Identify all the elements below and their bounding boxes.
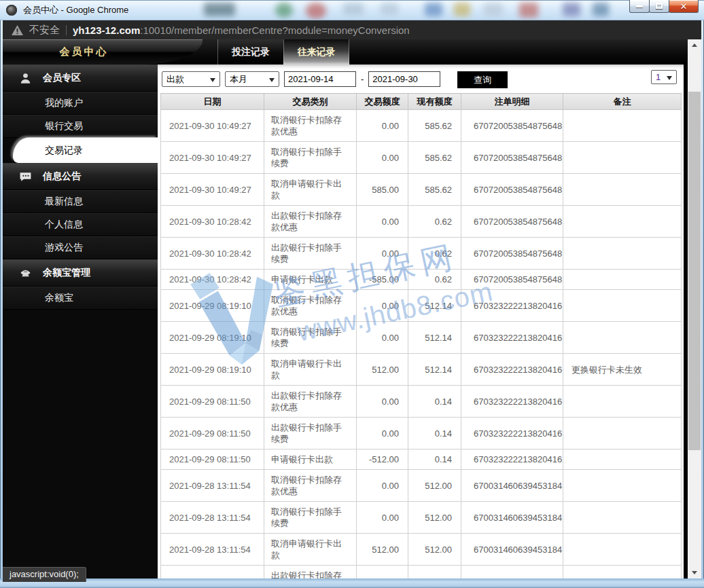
- sidebar-item-8[interactable]: 余额宝管理: [3, 259, 158, 287]
- table-row: 2021-09-29 08:11:50申请银行卡出款-512.000.14670…: [161, 449, 682, 470]
- table-cell: [563, 290, 682, 322]
- table-cell: 512.00: [357, 354, 408, 386]
- table-cell: 0.14: [408, 386, 461, 418]
- table-cell: 0.00: [357, 290, 408, 322]
- table-cell: 2021-09-29 08:19:10: [161, 290, 264, 322]
- transaction-type-value: 出款: [166, 73, 184, 86]
- table-row: 2021-09-30 10:28:42出款银行卡扣除手续费0.000.62670…: [161, 238, 682, 270]
- table-cell: 出款银行卡扣除存款优惠: [264, 386, 357, 418]
- table-cell: 取消银行卡扣除手续费: [264, 322, 357, 354]
- table-cell: 512.14: [408, 354, 461, 386]
- table-cell: [563, 142, 682, 174]
- sidebar-item-4[interactable]: 信息公告: [3, 163, 158, 190]
- table-cell: 0.57: [408, 566, 461, 579]
- records-table: 日期交易类别交易额度现有额度注单明细备注2021-09-30 10:49:27取…: [160, 93, 682, 578]
- scrollbar-up-button[interactable]: [688, 39, 701, 51]
- sidebar-item-label: 银行交易: [45, 120, 83, 132]
- close-icon: ✕: [680, 2, 688, 11]
- table-row: 2021-09-29 08:19:10取消申请银行卡出款512.00512.14…: [161, 354, 682, 386]
- table-cell: 出款银行卡扣除手续费: [264, 418, 357, 449]
- table-cell: 0.00: [357, 322, 408, 354]
- table-cell: 申请银行卡出款: [264, 270, 357, 290]
- sidebar-item-label: 最新信息: [45, 196, 83, 208]
- table-cell: 2021-09-29 08:11:50: [161, 418, 264, 449]
- table-cell: 0.62: [408, 238, 461, 270]
- column-header: 备注: [563, 94, 682, 110]
- table-cell: [563, 206, 682, 238]
- table-cell: 取消银行卡扣除手续费: [264, 502, 357, 534]
- table-cell: 512.14: [408, 290, 461, 322]
- maximize-button[interactable]: [649, 0, 669, 13]
- period-select[interactable]: 本月: [225, 71, 279, 87]
- sidebar-item-7[interactable]: 游戏公告: [3, 236, 158, 259]
- page-select[interactable]: 1: [651, 70, 677, 84]
- date-from-input[interactable]: [284, 71, 356, 87]
- scrollbar[interactable]: [688, 39, 701, 578]
- table-row: 2021-09-29 08:11:50出款银行卡扣除存款优惠0.000.1467…: [161, 386, 682, 418]
- titlebar-blur-blob: [563, 3, 580, 16]
- sidebar-item-9[interactable]: 余额宝: [3, 287, 158, 310]
- table-cell: 0.00: [357, 470, 408, 502]
- table-row: 2021-09-30 10:28:42出款银行卡扣除存款优惠0.000.6267…: [161, 206, 682, 238]
- minimize-button[interactable]: [629, 0, 650, 13]
- date-range-separator: -: [361, 71, 364, 87]
- url-text[interactable]: yh123-12.com:10010/member/memberCentre?m…: [73, 24, 410, 36]
- table-cell: 0.62: [408, 270, 461, 290]
- table-row: 2021-09-28 12:52:28出款银行卡扣除存款优惠0.000.5767…: [161, 566, 682, 579]
- chevron-down-icon: [269, 78, 275, 85]
- table-cell: 更换银行卡未生效: [563, 354, 682, 386]
- table-cell: [563, 470, 682, 502]
- chrome-page-icon: [6, 5, 17, 16]
- table-cell: 585.00: [357, 174, 408, 206]
- column-header: 交易类别: [264, 94, 357, 110]
- browser-window: 会员中心 - Google Chrome ✕ 不安全 yh123-12.com:…: [0, 0, 704, 588]
- column-header: 注单明细: [461, 94, 563, 110]
- scrollbar-thumb[interactable]: [688, 92, 701, 450]
- address-bar[interactable]: 不安全 yh123-12.com:10010/member/memberCent…: [3, 20, 701, 39]
- page-select-value: 1: [656, 72, 661, 82]
- table-cell: 670031460639453184: [461, 502, 563, 534]
- table-cell: 0.00: [357, 110, 408, 142]
- date-to-input[interactable]: [368, 71, 440, 87]
- search-button[interactable]: 查询: [457, 71, 508, 88]
- sidebar-item-5[interactable]: 最新信息: [3, 190, 158, 213]
- ingot-icon: [19, 267, 32, 280]
- status-bar: javascript:void(0);: [3, 567, 86, 582]
- titlebar-blur-blob: [204, 3, 235, 16]
- table-cell: 2021-09-29 08:11:50: [161, 449, 264, 470]
- table-cell: 0.14: [408, 449, 461, 470]
- table-cell: -512.00: [357, 449, 408, 470]
- tab-bet-records[interactable]: 投注记录: [217, 39, 283, 65]
- table-row: 2021-09-28 13:11:54取消银行卡扣除手续费0.00512.006…: [161, 502, 682, 534]
- tab-transaction-records[interactable]: 往来记录: [283, 39, 349, 65]
- sidebar-item-6[interactable]: 个人信息: [3, 213, 158, 236]
- table-cell: [563, 270, 682, 290]
- table-cell: 取消申请银行卡出款: [264, 534, 357, 566]
- sidebar-item-2[interactable]: 银行交易: [3, 115, 158, 138]
- table-cell: 670720053854875648: [461, 142, 563, 174]
- titlebar-blur-blob: [275, 3, 293, 18]
- sidebar-item-label: 交易记录: [45, 145, 83, 157]
- message-icon: [19, 170, 32, 183]
- sidebar-item-3-active[interactable]: 交易记录: [13, 138, 158, 163]
- sidebar-item-label: 余额宝管理: [43, 267, 90, 279]
- sidebar-item-1[interactable]: 我的账户: [3, 92, 158, 115]
- window-controls: ✕: [629, 0, 699, 13]
- close-button[interactable]: ✕: [669, 0, 699, 13]
- table-row: 2021-09-29 08:19:10取消银行卡扣除手续费0.00512.146…: [161, 322, 682, 354]
- transaction-type-select[interactable]: 出款: [162, 71, 220, 87]
- titlebar-blur-blob: [519, 3, 538, 18]
- column-header: 现有额度: [408, 94, 461, 110]
- scrollbar-down-button[interactable]: [688, 567, 701, 578]
- column-header: 日期: [161, 94, 264, 110]
- table-cell: 512.00: [357, 534, 408, 566]
- sidebar-item-label: 个人信息: [45, 219, 83, 231]
- sidebar-item-0[interactable]: 会员专区: [3, 65, 158, 92]
- table-cell: 出款银行卡扣除存款优惠: [264, 206, 357, 238]
- table-cell: 取消银行卡扣除存款优惠: [264, 470, 357, 502]
- records-table-wrap: 日期交易类别交易额度现有额度注单明细备注2021-09-30 10:49:27取…: [158, 93, 684, 578]
- table-cell: 2021-09-28 12:52:28: [161, 566, 264, 579]
- table-cell: 2021-09-28 13:11:54: [161, 502, 264, 534]
- table-cell: 670323222213820416: [461, 418, 563, 449]
- page-content: 会员中心 投注记录往来记录 会员专区我的账户银行交易交易记录信息公告最新信息个人…: [3, 39, 701, 578]
